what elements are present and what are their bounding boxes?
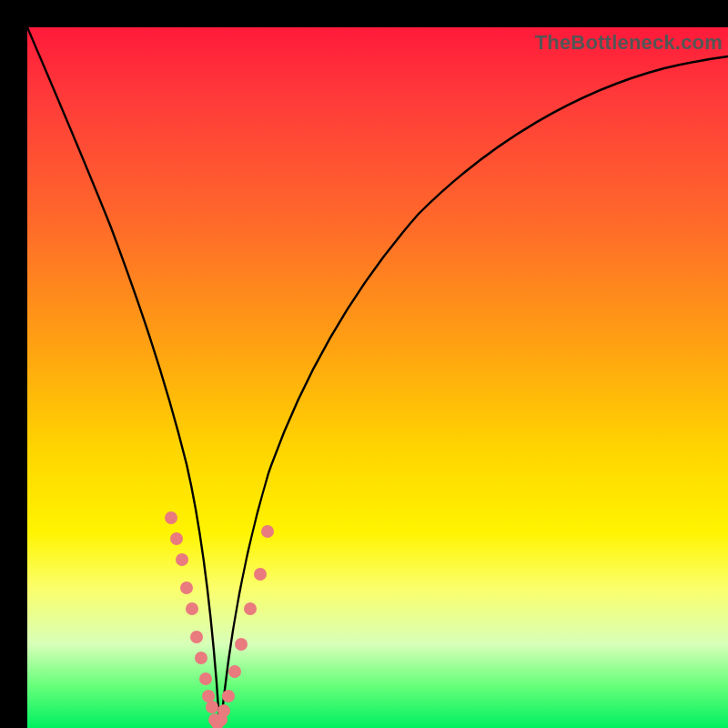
svg-point-9 (206, 701, 218, 713)
svg-point-0 (165, 511, 177, 524)
svg-point-5 (190, 631, 203, 643)
svg-point-16 (235, 638, 248, 651)
svg-point-8 (202, 690, 215, 703)
plot-area: TheBottleneck.com (27, 27, 728, 728)
svg-point-14 (222, 690, 235, 703)
svg-point-15 (228, 665, 241, 678)
svg-point-13 (217, 704, 230, 717)
chart-frame: TheBottleneck.com (0, 0, 728, 728)
svg-point-6 (195, 652, 207, 664)
svg-point-19 (261, 525, 274, 538)
curve-svg (27, 27, 728, 728)
svg-point-17 (244, 602, 257, 615)
svg-point-18 (254, 568, 267, 581)
svg-point-3 (180, 581, 193, 594)
pink-dot-cluster (165, 511, 274, 728)
svg-point-7 (199, 672, 212, 685)
svg-point-4 (186, 602, 198, 615)
bottleneck-curve (27, 27, 728, 723)
svg-point-1 (170, 532, 183, 545)
svg-point-2 (176, 553, 188, 566)
